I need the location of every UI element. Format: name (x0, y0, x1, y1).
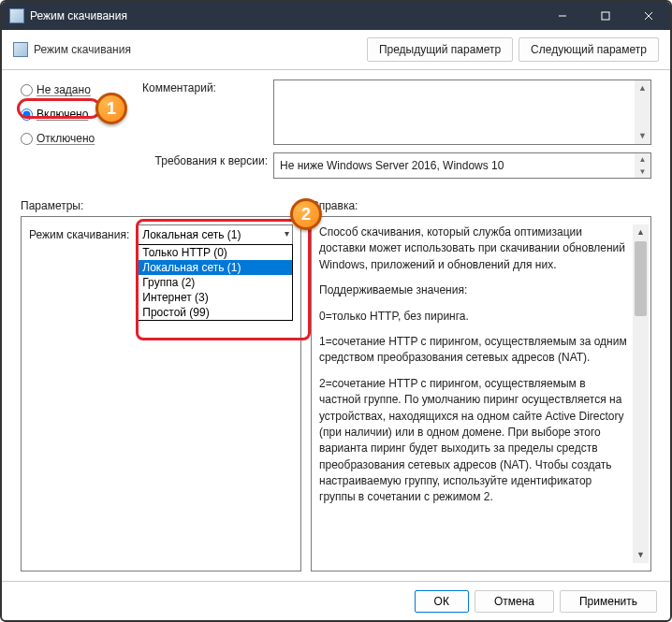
comment-scrollbar[interactable]: ▲▼ (635, 80, 650, 144)
version-box: Не ниже Windows Server 2016, Windows 10 … (273, 152, 651, 179)
policy-icon (13, 42, 28, 57)
chevron-down-icon: ▾ (285, 228, 289, 239)
annotation-badge-2: 2 (290, 198, 322, 230)
version-text: Не ниже Windows Server 2016, Windows 10 (280, 159, 504, 172)
radio-disabled[interactable]: Отключено (21, 132, 142, 145)
titlebar: Режим скачивания (2, 2, 670, 30)
state-radio-group: Не задано Включено Отключено (21, 80, 142, 186)
radio-enabled-label: Включено (37, 108, 88, 121)
help-scrollbar[interactable]: ▲ ▼ (633, 224, 649, 563)
prev-setting-button[interactable]: Предыдущий параметр (367, 37, 513, 62)
help-text: Способ скачивания, который служба оптими… (319, 224, 633, 563)
combo-option-0[interactable]: Только HTTP (0) (138, 245, 292, 260)
ok-button[interactable]: ОК (415, 590, 469, 613)
radio-not-configured[interactable]: Не задано (21, 83, 142, 96)
footer: ОК Отмена Применить (2, 581, 670, 620)
params-heading: Параметры: (21, 199, 311, 212)
params-panel: Режим скачивания: Локальная сеть (1) ▾ Т… (21, 216, 301, 571)
annotation-badge-1: 1 (95, 93, 127, 124)
radio-not-configured-label: Не задано (37, 83, 91, 96)
help-p2: Поддерживаемые значения: (319, 282, 629, 298)
download-mode-dropdown[interactable]: Только HTTP (0) Локальная сеть (1) Групп… (137, 244, 293, 321)
help-p5: 2=сочетание HTTP с пирингом, осуществляе… (319, 376, 629, 506)
radio-not-configured-input[interactable] (21, 84, 33, 96)
scrollbar-thumb[interactable] (635, 241, 647, 316)
help-p3: 0=только HTTP, без пиринга. (319, 309, 629, 325)
radio-disabled-label: Отключено (37, 132, 95, 145)
next-setting-button[interactable]: Следующий параметр (519, 37, 659, 62)
version-label: Требования к версии: (142, 152, 273, 167)
minimize-button[interactable] (541, 2, 584, 30)
help-heading: Справка: (311, 199, 651, 212)
svg-rect-1 (602, 12, 609, 20)
radio-enabled-input[interactable] (21, 108, 33, 121)
maximize-button[interactable] (584, 2, 627, 30)
combo-selected-text: Локальная сеть (1) (142, 228, 241, 241)
close-button[interactable] (627, 2, 670, 30)
help-panel: Способ скачивания, который служба оптими… (311, 216, 651, 571)
help-p1: Способ скачивания, который служба оптими… (319, 224, 629, 273)
combo-option-4[interactable]: Простой (99) (138, 305, 292, 320)
combo-option-3[interactable]: Интернет (3) (138, 290, 292, 305)
comment-textbox[interactable]: ▲▼ (273, 80, 651, 145)
download-mode-label: Режим скачивания: (29, 228, 129, 241)
combo-option-1[interactable]: Локальная сеть (1) (138, 260, 292, 275)
download-mode-combo[interactable]: Локальная сеть (1) ▾ (137, 224, 293, 245)
app-icon (9, 8, 24, 23)
cancel-button[interactable]: Отмена (475, 590, 554, 613)
version-scrollbar[interactable]: ▲▼ (635, 153, 650, 178)
combo-option-2[interactable]: Группа (2) (138, 275, 292, 290)
window-title: Режим скачивания (30, 9, 541, 22)
dialog-window: Режим скачивания Режим скачивания Предыд… (0, 0, 672, 622)
comment-label: Комментарий: (142, 80, 273, 94)
help-p4: 1=сочетание HTTP с пирингом, осуществляе… (319, 334, 629, 367)
radio-disabled-input[interactable] (21, 133, 33, 145)
apply-button[interactable]: Применить (560, 590, 657, 613)
page-title: Режим скачивания (34, 43, 361, 56)
header: Режим скачивания Предыдущий параметр Сле… (2, 30, 670, 70)
